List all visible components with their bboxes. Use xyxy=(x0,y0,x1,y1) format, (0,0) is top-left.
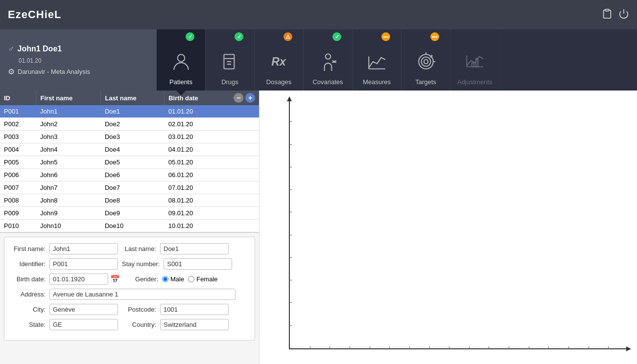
workflow-nav: ♂ John1 Doe1 01.01.20 ⚙ Darunavir - Meta… xyxy=(0,29,637,91)
identifier-label: Identifier: xyxy=(11,260,46,268)
x-tick xyxy=(389,346,390,349)
gender-female-radio[interactable] xyxy=(188,276,194,282)
y-tick xyxy=(289,280,292,280)
table-row[interactable]: P010John10Doe1010.01.20 xyxy=(0,220,259,232)
cell-dob: 02.01.20 xyxy=(165,118,259,131)
table-row[interactable]: P001John1Doe101.01.20 xyxy=(0,105,259,118)
remove-patient-button[interactable]: − xyxy=(234,93,243,103)
y-tick xyxy=(289,144,292,145)
country-input[interactable] xyxy=(160,319,229,330)
tab-patients[interactable]: ✓ Patients xyxy=(157,29,206,91)
targets-icon xyxy=(416,51,436,76)
country-label: Country: xyxy=(122,321,156,328)
tab-drugs[interactable]: ✓ Drugs xyxy=(206,29,255,91)
gender-female-label[interactable]: Female xyxy=(188,275,217,283)
table-row[interactable]: P002John2Doe202.01.20 xyxy=(0,118,259,131)
y-tick xyxy=(289,257,292,258)
adjustments-label: Adjustments xyxy=(457,78,493,86)
x-tick xyxy=(529,346,529,349)
covariates-badge: ✓ xyxy=(332,32,341,41)
stay-input[interactable] xyxy=(164,258,232,270)
form-row-dob: Birth date: 📅 Gender: Male Female xyxy=(11,273,248,285)
form-row-address: Address: xyxy=(11,289,248,300)
tab-targets[interactable]: ••• Targets xyxy=(401,29,450,91)
patient-form: First name: Last name: Identifier: Stay … xyxy=(4,237,255,341)
patients-label: Patients xyxy=(169,78,192,86)
city-input[interactable] xyxy=(49,304,118,315)
add-patient-button[interactable]: + xyxy=(245,93,255,103)
cell-last: Doe6 xyxy=(101,169,165,182)
patient-info-panel: ♂ John1 Doe1 01.01.20 ⚙ Darunavir - Meta… xyxy=(0,29,157,91)
table-row[interactable]: P007John7Doe707.01.20 xyxy=(0,182,259,194)
tab-dosages[interactable]: ⚠ Rx Dosages xyxy=(255,29,304,91)
x-tick xyxy=(409,346,410,349)
cell-last: Doe1 xyxy=(101,105,165,118)
table-row[interactable]: P008John8Doe808.01.20 xyxy=(0,194,259,207)
app-title: EzeCHieL xyxy=(8,8,61,21)
svg-point-8 xyxy=(325,54,330,59)
x-tick xyxy=(568,346,569,349)
cell-id: P006 xyxy=(0,169,36,182)
x-tick xyxy=(449,346,449,349)
cell-id: P004 xyxy=(0,143,36,156)
chart-area xyxy=(260,91,637,364)
firstname-input[interactable] xyxy=(49,243,118,254)
targets-badge: ••• xyxy=(430,32,439,41)
svg-point-16 xyxy=(424,60,427,64)
table-row[interactable]: P009John9Doe909.01.20 xyxy=(0,207,259,220)
cell-last: Doe9 xyxy=(101,207,165,220)
cell-dob: 06.01.20 xyxy=(165,169,259,182)
table-row[interactable]: P006John6Doe606.01.20 xyxy=(0,169,259,182)
cell-dob: 05.01.20 xyxy=(165,156,259,169)
form-row-city: City: Postcode: xyxy=(11,304,248,315)
gender-male-label[interactable]: Male xyxy=(162,275,184,283)
cell-last: Doe7 xyxy=(101,182,165,194)
city-label: City: xyxy=(11,306,46,313)
nav-tabs: ✓ Patients ✓ Drugs xyxy=(157,29,637,91)
gender-icon: ♂ xyxy=(8,44,15,54)
y-tick xyxy=(289,189,292,190)
tab-adjustments[interactable]: Adjustments xyxy=(450,29,499,91)
table-row[interactable]: P004John4Doe404.01.20 xyxy=(0,143,259,156)
table-row[interactable]: P003John3Doe303.01.20 xyxy=(0,131,259,143)
calendar-icon[interactable]: 📅 xyxy=(110,274,120,284)
cell-dob: 08.01.20 xyxy=(165,194,259,207)
clipboard-icon[interactable] xyxy=(602,8,613,22)
table-actions: − + xyxy=(234,93,255,103)
y-tick xyxy=(289,325,292,326)
measures-label: Measures xyxy=(363,78,391,86)
adjustments-icon xyxy=(465,51,485,76)
lastname-input[interactable] xyxy=(160,243,229,254)
cell-first: John3 xyxy=(36,131,101,143)
topbar-icons xyxy=(602,8,629,22)
firstname-label: First name: xyxy=(11,245,46,252)
table-row[interactable]: P005John5Doe505.01.20 xyxy=(0,156,259,169)
postcode-input[interactable] xyxy=(160,304,229,315)
cell-dob: 07.01.20 xyxy=(165,182,259,194)
x-axis-arrow xyxy=(626,346,631,351)
power-icon[interactable] xyxy=(618,8,629,22)
dob-input[interactable] xyxy=(49,273,108,285)
identifier-input[interactable] xyxy=(49,258,118,270)
dob-wrapper: 📅 xyxy=(49,273,120,285)
cell-id: P005 xyxy=(0,156,36,169)
tab-covariates[interactable]: ✓ Covariates xyxy=(304,29,353,91)
patients-icon xyxy=(171,51,191,76)
cell-first: John5 xyxy=(36,156,101,169)
col-firstname: First name xyxy=(36,91,101,105)
gender-male-radio[interactable] xyxy=(162,276,168,282)
state-input[interactable] xyxy=(49,319,118,330)
tab-measures[interactable]: ••• Measures xyxy=(353,29,401,91)
x-tick xyxy=(469,346,470,349)
address-input[interactable] xyxy=(49,289,236,300)
covariates-label: Covariates xyxy=(312,78,343,86)
cell-last: Doe3 xyxy=(101,131,165,143)
patient-table: ID First name Last name Birth date − + xyxy=(0,91,259,232)
cell-first: John8 xyxy=(36,194,101,207)
cell-last: Doe5 xyxy=(101,156,165,169)
y-axis-arrow xyxy=(287,96,292,101)
y-tick xyxy=(289,212,292,212)
cell-dob: 10.01.20 xyxy=(165,220,259,232)
cell-first: John10 xyxy=(36,220,101,232)
dosages-badge: ⚠ xyxy=(283,32,292,41)
